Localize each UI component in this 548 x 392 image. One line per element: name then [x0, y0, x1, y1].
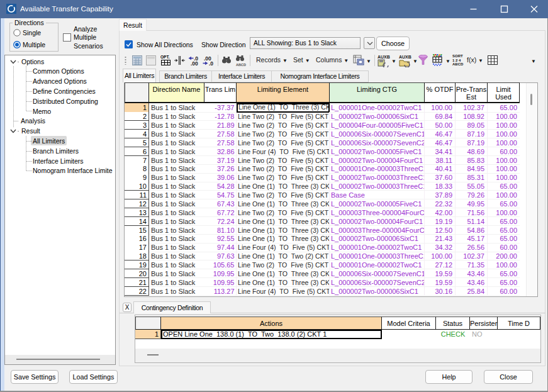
svg-text:ABCD: ABCD	[236, 63, 246, 67]
svg-text:AUXB: AUXB	[399, 55, 411, 59]
svg-text:AUXB: AUXB	[377, 55, 390, 59]
svg-text:OPT.: OPT.	[160, 55, 170, 59]
svg-text:.0: .0	[209, 60, 213, 65]
svg-text:.00: .00	[191, 60, 198, 65]
